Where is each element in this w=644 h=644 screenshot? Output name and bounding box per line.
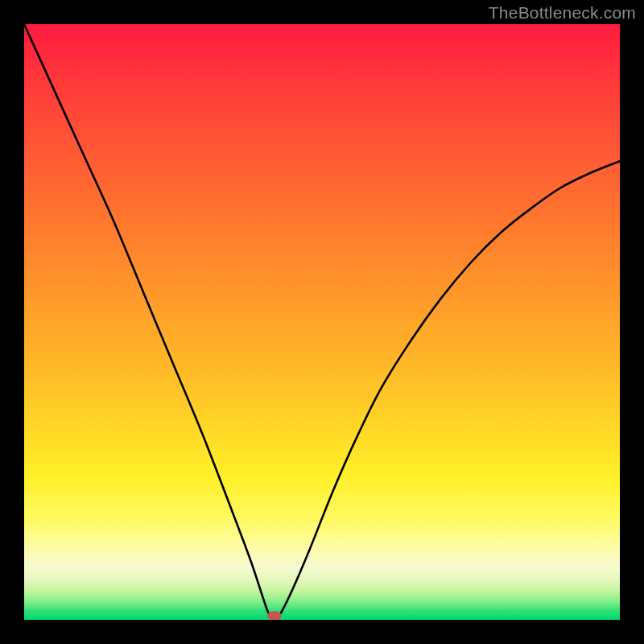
plot-area: [24, 24, 620, 620]
chart-frame: TheBottleneck.com: [0, 0, 644, 644]
curve-svg: [24, 24, 620, 620]
bottleneck-curve-path: [24, 24, 620, 619]
watermark-text: TheBottleneck.com: [489, 3, 636, 23]
